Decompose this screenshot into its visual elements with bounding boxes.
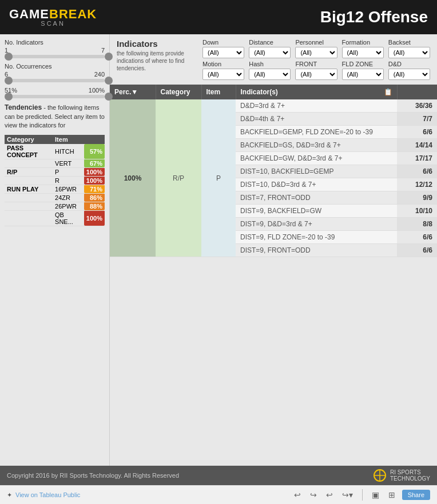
undo2-button[interactable]: ↩ (324, 489, 335, 501)
logo-game: GAME (9, 8, 49, 21)
divider (362, 489, 363, 501)
filter-backset: Backset (All) (388, 39, 430, 58)
tableau-view-label[interactable]: View on Tableau Public (15, 491, 80, 498)
share-button[interactable]: Share (402, 490, 430, 500)
ri-sports-icon (372, 469, 388, 482)
sidebar-row-bar: 100% (84, 210, 105, 226)
footer-logo-text: RI SPORTS TECHNOLOGY (390, 469, 430, 482)
sidebar-table-row[interactable]: RUN PLAY16PWR71% (5, 185, 105, 193)
col-indicator-value: DIST=9, D&D=3rd & 7+ (236, 218, 397, 231)
sidebar-row-item: 26PWR (53, 202, 84, 210)
footer-copyright: Copyright 2016 by RII Sports Technology.… (7, 472, 179, 479)
sidebar-table-row[interactable]: 24ZR86% (5, 193, 105, 202)
sidebar-row-bar: 57% (84, 144, 105, 159)
occurrences-slider-container (5, 79, 105, 82)
col-score-value: 8/8 (397, 218, 437, 231)
col-score-value: 9/9 (397, 191, 437, 205)
redo2-button[interactable]: ↪▾ (340, 489, 355, 501)
col-score-value: 6/6 (397, 126, 437, 139)
sidebar-row-category: PASS CONCEPT (5, 144, 53, 159)
filter-front-select[interactable]: (All) (295, 69, 337, 80)
filter-backset-select[interactable]: (All) (388, 47, 430, 58)
col-score-value: 14/14 (397, 139, 437, 152)
sidebar-row-category (5, 210, 53, 226)
filter-hash: Hash (All) (249, 61, 291, 80)
filter-distance-select[interactable]: (All) (249, 47, 291, 58)
data-table: Perc.▼ Category Item Indicator(s) 📋 100%… (110, 85, 437, 257)
sidebar-row-category (5, 193, 53, 202)
occurrences-slider-thumb-left[interactable] (5, 77, 13, 85)
sidebar-row-item: 16PWR (53, 185, 84, 193)
filter-distance-label: Distance (249, 39, 291, 46)
filter-dd-select[interactable]: (All) (388, 69, 430, 80)
logo-scan: SCAN (9, 21, 97, 27)
table-row[interactable]: 100%R/PPD&D=3rd & 7+36/36 (110, 99, 437, 113)
sidebar-row-bar: 71% (84, 185, 105, 193)
sidebar-row-category (5, 159, 53, 167)
header: GAME BREAK SCAN Big12 Offense (0, 0, 437, 34)
sidebar-row-item: R (53, 176, 84, 185)
indicators-slider-thumb-right[interactable] (105, 53, 113, 61)
col-indicator-value: BACKFIELD=GEMP, FLD ZONE=-20 to -39 (236, 126, 397, 139)
filter-motion: Motion (All) (202, 61, 244, 80)
col-header-score (397, 85, 437, 99)
sidebar-row-bar: 86% (84, 193, 105, 202)
footer-logo: RI SPORTS TECHNOLOGY (372, 469, 430, 482)
tableau-left: ✦ View on Tableau Public (7, 491, 80, 499)
sidebar-row-category (5, 202, 53, 210)
expand-button[interactable]: ⊞ (386, 489, 398, 501)
pct-slider-thumb-left[interactable] (5, 93, 13, 101)
col-item-value: P (201, 99, 236, 257)
col-score-value: 10/10 (397, 205, 437, 218)
filter-hash-label: Hash (249, 61, 291, 67)
filter-personnel-select[interactable]: (All) (295, 47, 337, 58)
col-indicator-value: DIST=10, BACKFIELD=GEMP (236, 165, 397, 178)
no-occurrences-label: No. Occurrences (5, 63, 105, 70)
redo-button[interactable]: ↪ (308, 489, 319, 501)
sidebar-table-row[interactable]: 26PWR88% (5, 202, 105, 210)
filter-hash-select[interactable]: (All) (249, 69, 291, 80)
sidebar-table-row[interactable]: PASS CONCEPTHITCH57% (5, 144, 105, 159)
filter-dd: D&D (All) (388, 61, 430, 80)
sidebar-row-bar: 88% (84, 202, 105, 210)
filter-formation-label: Formation (342, 39, 384, 46)
sidebar-table-row[interactable]: QB SNE...100% (5, 210, 105, 226)
filter-fld-zone-select[interactable]: (All) (342, 69, 384, 80)
sidebar-row-item: HITCH (53, 144, 84, 159)
col-header-category: Category (156, 85, 201, 99)
col-score-value: 12/12 (397, 178, 437, 191)
filter-front-label: FRONT (295, 61, 337, 67)
filter-motion-select[interactable]: (All) (202, 69, 244, 80)
occurrences-slider-thumb-right[interactable] (105, 77, 113, 85)
tableau-bar: ✦ View on Tableau Public ↩ ↪ ↩ ↪▾ ▣ ⊞ Sh… (0, 485, 437, 504)
pct-slider-track (5, 95, 105, 98)
logo-break: BREAK (49, 8, 97, 21)
sidebar-col-item: Item (53, 135, 84, 144)
undo-button[interactable]: ↩ (292, 489, 303, 501)
sidebar-table-row[interactable]: VERT67% (5, 159, 105, 167)
filter-dd-label: D&D (388, 61, 430, 67)
view-button[interactable]: ▣ (370, 489, 382, 501)
sidebar-row-category (5, 176, 53, 185)
col-score-value: 6/6 (397, 231, 437, 244)
occurrences-max: 240 (94, 71, 105, 78)
col-indicator-value: D&D=4th & 7+ (236, 113, 397, 126)
col-perc-value: 100% (110, 99, 156, 257)
indicators-slider-track (5, 55, 105, 58)
sidebar-table-row[interactable]: R100% (5, 176, 105, 185)
col-header-perc[interactable]: Perc.▼ (110, 85, 156, 99)
filter-motion-label: Motion (202, 61, 244, 67)
col-score-value: 36/36 (397, 99, 437, 113)
filter-formation: Formation (All) (342, 39, 384, 58)
filter-formation-select[interactable]: (All) (342, 47, 384, 58)
indicators-slider-thumb-left[interactable] (5, 53, 13, 61)
filter-down-select[interactable]: (All) (202, 47, 244, 58)
filter-distance: Distance (All) (249, 39, 291, 58)
sidebar-row-item: 24ZR (53, 193, 84, 202)
pct-slider-thumb-right[interactable] (105, 93, 113, 101)
indicators-title: Indicators (117, 39, 197, 49)
sidebar-row-item: QB SNE... (53, 210, 84, 226)
filter-area: Indicators the following items provide i… (110, 34, 437, 85)
sidebar-table-row[interactable]: R/PP100% (5, 167, 105, 176)
logo: GAME BREAK SCAN (9, 8, 97, 27)
